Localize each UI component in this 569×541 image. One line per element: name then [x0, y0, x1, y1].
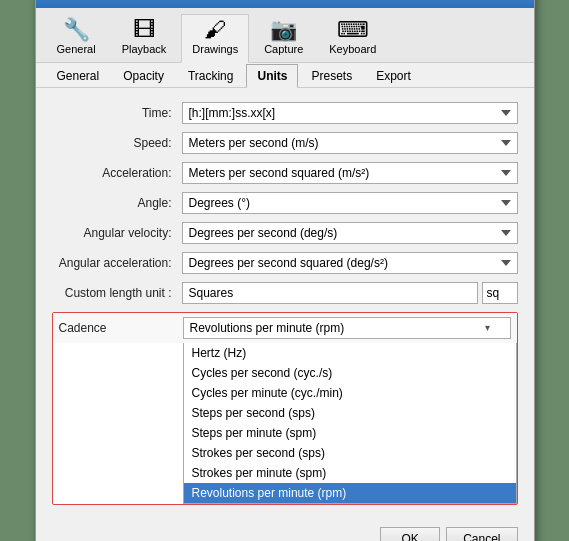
- acceleration-row: Acceleration: Meters per second squared …: [52, 162, 518, 184]
- cadence-option-cyc-min[interactable]: Cycles per minute (cyc./min): [184, 383, 516, 403]
- acceleration-select[interactable]: Meters per second squared (m/s²): [182, 162, 518, 184]
- cancel-button[interactable]: Cancel: [446, 527, 517, 542]
- title-bar: Preferences ✕: [36, 0, 534, 8]
- toolbar-keyboard-label: Keyboard: [329, 43, 376, 55]
- tab-bar: General Opacity Tracking Units Presets E…: [36, 63, 534, 88]
- toolbar-capture-label: Capture: [264, 43, 303, 55]
- speed-select[interactable]: Meters per second (m/s): [182, 132, 518, 154]
- toolbar-playback-label: Playback: [122, 43, 167, 55]
- cadence-option-steps-s[interactable]: Steps per second (sps): [184, 403, 516, 423]
- tab-tracking[interactable]: Tracking: [177, 64, 245, 88]
- time-row: Time: [h:][mm:]ss.xx[x]: [52, 102, 518, 124]
- tab-presets[interactable]: Presets: [300, 64, 363, 88]
- angular-velocity-label: Angular velocity:: [52, 226, 182, 240]
- custom-length-suffix[interactable]: [482, 282, 518, 304]
- content-area: Time: [h:][mm:]ss.xx[x] Speed: Meters pe…: [36, 88, 534, 519]
- cadence-option-strokes-s[interactable]: Strokes per second (sps): [184, 443, 516, 463]
- time-select[interactable]: [h:][mm:]ss.xx[x]: [182, 102, 518, 124]
- cadence-dropdown-list: Hertz (Hz) Cycles per second (cyc./s) Cy…: [183, 343, 517, 504]
- angle-row: Angle: Degrees (°): [52, 192, 518, 214]
- dialog-title: Preferences: [46, 0, 120, 2]
- cadence-section: Cadence Revolutions per minute (rpm) ▾ H…: [52, 312, 518, 505]
- angular-velocity-select[interactable]: Degrees per second (deg/s): [182, 222, 518, 244]
- close-button[interactable]: ✕: [512, 0, 524, 1]
- tab-general[interactable]: General: [46, 64, 111, 88]
- angle-select[interactable]: Degrees (°): [182, 192, 518, 214]
- tab-export[interactable]: Export: [365, 64, 422, 88]
- cadence-option-steps-min[interactable]: Steps per minute (spm): [184, 423, 516, 443]
- chevron-down-icon: ▾: [485, 322, 490, 333]
- angular-acceleration-select[interactable]: Degrees per second squared (deg/s²): [182, 252, 518, 274]
- angular-velocity-row: Angular velocity: Degrees per second (de…: [52, 222, 518, 244]
- custom-length-label: Custom length unit :: [52, 286, 182, 300]
- angular-acceleration-row: Angular acceleration: Degrees per second…: [52, 252, 518, 274]
- tab-units[interactable]: Units: [246, 64, 298, 88]
- cadence-header: Cadence Revolutions per minute (rpm) ▾: [53, 313, 517, 343]
- angular-acceleration-label: Angular acceleration:: [52, 256, 182, 270]
- toolbar-general-label: General: [57, 43, 96, 55]
- toolbar-drawings[interactable]: 🖌 Drawings: [181, 14, 249, 63]
- cadence-select-display[interactable]: Revolutions per minute (rpm) ▾: [183, 317, 511, 339]
- keyboard-icon: ⌨: [337, 19, 369, 41]
- custom-length-input[interactable]: [182, 282, 478, 304]
- preferences-dialog: Preferences ✕ 🔧 General 🎞 Playback 🖌 Dra…: [35, 0, 535, 541]
- speed-row: Speed: Meters per second (m/s): [52, 132, 518, 154]
- cadence-label: Cadence: [59, 321, 183, 335]
- toolbar: 🔧 General 🎞 Playback 🖌 Drawings 📷 Captur…: [36, 8, 534, 63]
- capture-icon: 📷: [270, 19, 297, 41]
- toolbar-general[interactable]: 🔧 General: [46, 14, 107, 62]
- footer: OK Cancel: [36, 519, 534, 542]
- toolbar-playback[interactable]: 🎞 Playback: [111, 14, 178, 62]
- cadence-selected-value: Revolutions per minute (rpm): [190, 321, 345, 335]
- cadence-option-rpm[interactable]: Revolutions per minute (rpm): [184, 483, 516, 503]
- general-icon: 🔧: [63, 19, 90, 41]
- toolbar-keyboard[interactable]: ⌨ Keyboard: [318, 14, 387, 62]
- acceleration-label: Acceleration:: [52, 166, 182, 180]
- tab-opacity[interactable]: Opacity: [112, 64, 175, 88]
- cadence-option-cyc-s[interactable]: Cycles per second (cyc./s): [184, 363, 516, 383]
- drawings-icon: 🖌: [204, 19, 226, 41]
- toolbar-drawings-label: Drawings: [192, 43, 238, 55]
- cadence-option-hertz[interactable]: Hertz (Hz): [184, 343, 516, 363]
- playback-icon: 🎞: [133, 19, 155, 41]
- ok-button[interactable]: OK: [380, 527, 440, 542]
- time-label: Time:: [52, 106, 182, 120]
- speed-label: Speed:: [52, 136, 182, 150]
- custom-length-row: Custom length unit :: [52, 282, 518, 304]
- angle-label: Angle:: [52, 196, 182, 210]
- toolbar-capture[interactable]: 📷 Capture: [253, 14, 314, 62]
- cadence-option-strokes-min[interactable]: Strokes per minute (spm): [184, 463, 516, 483]
